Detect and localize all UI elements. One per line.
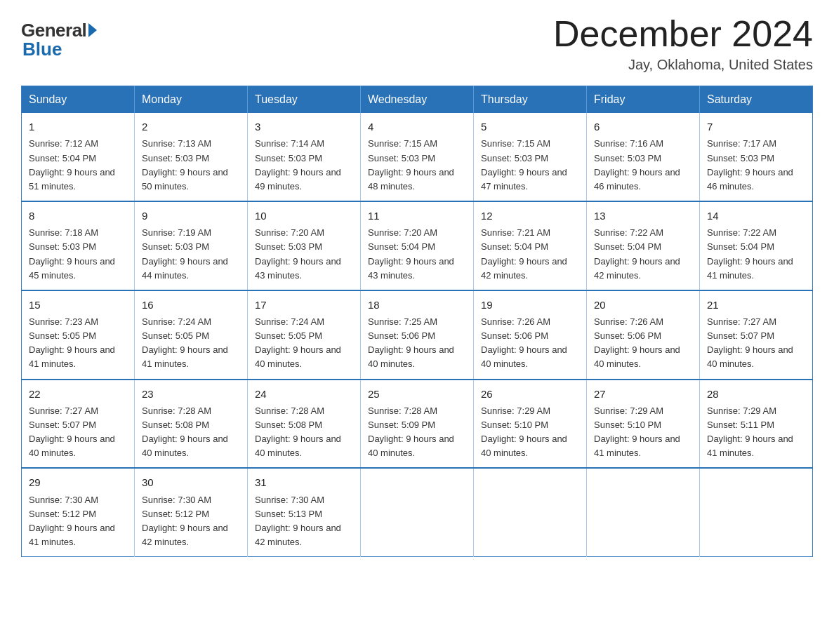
day-number: 7 xyxy=(707,119,805,135)
calendar-cell: 15Sunrise: 7:23 AMSunset: 5:05 PMDayligh… xyxy=(22,290,135,380)
day-info: Sunrise: 7:14 AMSunset: 5:03 PMDaylight:… xyxy=(255,138,341,191)
calendar-cell: 7Sunrise: 7:17 AMSunset: 5:03 PMDaylight… xyxy=(700,113,813,201)
day-info: Sunrise: 7:20 AMSunset: 5:04 PMDaylight:… xyxy=(368,227,454,280)
day-info: Sunrise: 7:30 AMSunset: 5:13 PMDaylight:… xyxy=(255,495,341,547)
day-number: 2 xyxy=(142,119,240,135)
header-wednesday: Wednesday xyxy=(361,86,474,114)
day-number: 13 xyxy=(594,208,692,224)
calendar-cell: 5Sunrise: 7:15 AMSunset: 5:03 PMDaylight… xyxy=(474,113,587,201)
calendar-cell: 25Sunrise: 7:28 AMSunset: 5:09 PMDayligh… xyxy=(361,380,474,469)
calendar-cell: 26Sunrise: 7:29 AMSunset: 5:10 PMDayligh… xyxy=(474,380,587,469)
calendar-cell: 13Sunrise: 7:22 AMSunset: 5:04 PMDayligh… xyxy=(587,201,700,290)
day-number: 30 xyxy=(142,474,240,490)
calendar-cell: 20Sunrise: 7:26 AMSunset: 5:06 PMDayligh… xyxy=(587,290,700,380)
calendar-cell: 12Sunrise: 7:21 AMSunset: 5:04 PMDayligh… xyxy=(474,201,587,290)
day-info: Sunrise: 7:26 AMSunset: 5:06 PMDaylight:… xyxy=(594,316,680,369)
day-number: 12 xyxy=(481,208,579,224)
day-number: 9 xyxy=(142,208,240,224)
header-friday: Friday xyxy=(587,86,700,114)
day-number: 8 xyxy=(29,208,127,224)
day-number: 24 xyxy=(255,386,353,402)
day-number: 3 xyxy=(255,119,353,135)
day-number: 25 xyxy=(368,386,466,402)
logo-arrow-icon xyxy=(88,23,97,37)
calendar-cell: 11Sunrise: 7:20 AMSunset: 5:04 PMDayligh… xyxy=(361,201,474,290)
day-number: 26 xyxy=(481,386,579,402)
header-tuesday: Tuesday xyxy=(248,86,361,114)
day-info: Sunrise: 7:28 AMSunset: 5:08 PMDaylight:… xyxy=(142,405,228,458)
day-info: Sunrise: 7:15 AMSunset: 5:03 PMDaylight:… xyxy=(368,138,454,191)
day-number: 29 xyxy=(29,474,127,490)
day-info: Sunrise: 7:24 AMSunset: 5:05 PMDaylight:… xyxy=(142,316,228,369)
title-area: December 2024 Jay, Oklahoma, United Stat… xyxy=(553,14,813,73)
calendar-cell: 1Sunrise: 7:12 AMSunset: 5:04 PMDaylight… xyxy=(22,113,135,201)
calendar-week-row: 15Sunrise: 7:23 AMSunset: 5:05 PMDayligh… xyxy=(22,290,813,380)
day-info: Sunrise: 7:19 AMSunset: 5:03 PMDaylight:… xyxy=(142,227,228,280)
calendar-cell xyxy=(474,468,587,556)
day-info: Sunrise: 7:26 AMSunset: 5:06 PMDaylight:… xyxy=(481,316,567,369)
day-info: Sunrise: 7:21 AMSunset: 5:04 PMDaylight:… xyxy=(481,227,567,280)
calendar-cell: 24Sunrise: 7:28 AMSunset: 5:08 PMDayligh… xyxy=(248,380,361,469)
day-number: 17 xyxy=(255,297,353,313)
day-number: 14 xyxy=(707,208,805,224)
calendar-cell: 23Sunrise: 7:28 AMSunset: 5:08 PMDayligh… xyxy=(135,380,248,469)
day-info: Sunrise: 7:27 AMSunset: 5:07 PMDaylight:… xyxy=(29,405,115,458)
day-info: Sunrise: 7:28 AMSunset: 5:08 PMDaylight:… xyxy=(255,405,341,458)
day-number: 27 xyxy=(594,386,692,402)
calendar-cell: 27Sunrise: 7:29 AMSunset: 5:10 PMDayligh… xyxy=(587,380,700,469)
calendar-cell: 8Sunrise: 7:18 AMSunset: 5:03 PMDaylight… xyxy=(22,201,135,290)
calendar-cell: 6Sunrise: 7:16 AMSunset: 5:03 PMDaylight… xyxy=(587,113,700,201)
calendar-week-row: 8Sunrise: 7:18 AMSunset: 5:03 PMDaylight… xyxy=(22,201,813,290)
day-info: Sunrise: 7:29 AMSunset: 5:11 PMDaylight:… xyxy=(707,405,793,458)
logo-blue-text: Blue xyxy=(22,39,62,60)
day-info: Sunrise: 7:15 AMSunset: 5:03 PMDaylight:… xyxy=(481,138,567,191)
day-info: Sunrise: 7:16 AMSunset: 5:03 PMDaylight:… xyxy=(594,138,680,191)
calendar-cell: 28Sunrise: 7:29 AMSunset: 5:11 PMDayligh… xyxy=(700,380,813,469)
day-info: Sunrise: 7:23 AMSunset: 5:05 PMDaylight:… xyxy=(29,316,115,369)
calendar-cell: 21Sunrise: 7:27 AMSunset: 5:07 PMDayligh… xyxy=(700,290,813,380)
calendar-cell: 3Sunrise: 7:14 AMSunset: 5:03 PMDaylight… xyxy=(248,113,361,201)
day-number: 22 xyxy=(29,386,127,402)
day-info: Sunrise: 7:30 AMSunset: 5:12 PMDaylight:… xyxy=(29,495,115,547)
day-info: Sunrise: 7:28 AMSunset: 5:09 PMDaylight:… xyxy=(368,405,454,458)
day-info: Sunrise: 7:20 AMSunset: 5:03 PMDaylight:… xyxy=(255,227,341,280)
day-number: 11 xyxy=(368,208,466,224)
day-info: Sunrise: 7:29 AMSunset: 5:10 PMDaylight:… xyxy=(481,405,567,458)
day-number: 1 xyxy=(29,119,127,135)
calendar-cell: 9Sunrise: 7:19 AMSunset: 5:03 PMDaylight… xyxy=(135,201,248,290)
calendar-header-row: SundayMondayTuesdayWednesdayThursdayFrid… xyxy=(22,86,813,114)
calendar-cell xyxy=(361,468,474,556)
day-info: Sunrise: 7:18 AMSunset: 5:03 PMDaylight:… xyxy=(29,227,115,280)
calendar-cell: 2Sunrise: 7:13 AMSunset: 5:03 PMDaylight… xyxy=(135,113,248,201)
header-sunday: Sunday xyxy=(22,86,135,114)
day-number: 23 xyxy=(142,386,240,402)
page-header: General Blue December 2024 Jay, Oklahoma… xyxy=(21,14,813,73)
day-info: Sunrise: 7:17 AMSunset: 5:03 PMDaylight:… xyxy=(707,138,793,191)
calendar-cell: 29Sunrise: 7:30 AMSunset: 5:12 PMDayligh… xyxy=(22,468,135,556)
day-number: 21 xyxy=(707,297,805,313)
calendar-table: SundayMondayTuesdayWednesdayThursdayFrid… xyxy=(21,86,813,557)
calendar-cell: 17Sunrise: 7:24 AMSunset: 5:05 PMDayligh… xyxy=(248,290,361,380)
day-info: Sunrise: 7:13 AMSunset: 5:03 PMDaylight:… xyxy=(142,138,228,191)
calendar-week-row: 29Sunrise: 7:30 AMSunset: 5:12 PMDayligh… xyxy=(22,468,813,556)
day-info: Sunrise: 7:22 AMSunset: 5:04 PMDaylight:… xyxy=(707,227,793,280)
day-number: 6 xyxy=(594,119,692,135)
logo: General Blue xyxy=(21,14,97,60)
calendar-cell: 4Sunrise: 7:15 AMSunset: 5:03 PMDaylight… xyxy=(361,113,474,201)
day-info: Sunrise: 7:30 AMSunset: 5:12 PMDaylight:… xyxy=(142,495,228,547)
header-thursday: Thursday xyxy=(474,86,587,114)
day-info: Sunrise: 7:12 AMSunset: 5:04 PMDaylight:… xyxy=(29,138,115,191)
day-number: 16 xyxy=(142,297,240,313)
calendar-week-row: 22Sunrise: 7:27 AMSunset: 5:07 PMDayligh… xyxy=(22,380,813,469)
header-saturday: Saturday xyxy=(700,86,813,114)
day-number: 20 xyxy=(594,297,692,313)
calendar-cell: 14Sunrise: 7:22 AMSunset: 5:04 PMDayligh… xyxy=(700,201,813,290)
location-title: Jay, Oklahoma, United States xyxy=(553,57,813,73)
day-number: 5 xyxy=(481,119,579,135)
header-monday: Monday xyxy=(135,86,248,114)
day-number: 31 xyxy=(255,474,353,490)
day-number: 15 xyxy=(29,297,127,313)
day-number: 10 xyxy=(255,208,353,224)
day-number: 28 xyxy=(707,386,805,402)
day-number: 18 xyxy=(368,297,466,313)
